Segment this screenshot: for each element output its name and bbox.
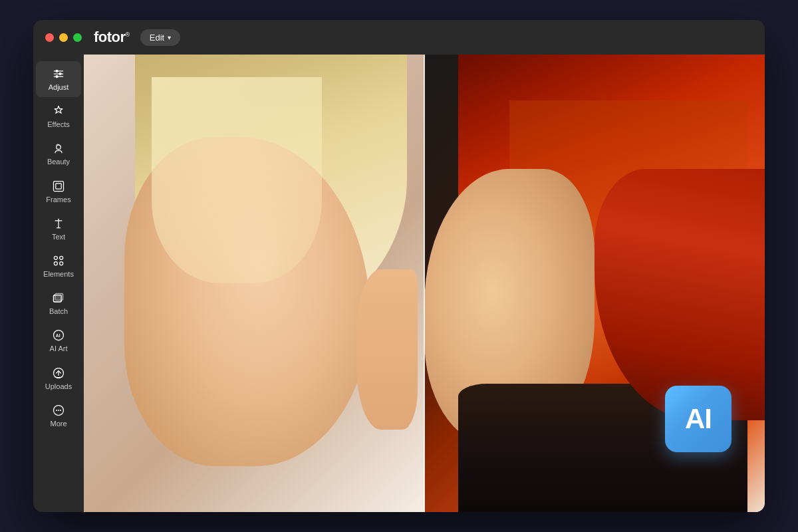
- svg-point-25: [60, 410, 61, 411]
- sidebar-item-adjust[interactable]: Adjust: [36, 61, 81, 97]
- sidebar-item-elements[interactable]: Elements: [36, 248, 81, 284]
- text-label: Text: [52, 233, 65, 241]
- effects-icon: [51, 104, 66, 118]
- ai-badge-text: AI: [685, 403, 712, 435]
- sidebar-item-frames[interactable]: Frames: [36, 174, 81, 209]
- svg-text:AI: AI: [56, 334, 61, 338]
- sidebar-item-batch[interactable]: Batch: [36, 285, 81, 321]
- svg-point-12: [54, 256, 57, 259]
- svg-point-15: [60, 262, 63, 265]
- uploads-label: Uploads: [45, 382, 72, 391]
- svg-rect-8: [56, 183, 61, 188]
- sidebar-item-uploads[interactable]: Uploads: [36, 360, 81, 396]
- app-window: fotor® Edit ▾: [33, 20, 765, 512]
- image-left-original: [84, 55, 424, 512]
- canvas-area: AI: [84, 55, 765, 512]
- batch-label: Batch: [49, 307, 68, 316]
- svg-point-13: [60, 256, 63, 259]
- sidebar-item-beauty[interactable]: Beauty: [36, 136, 81, 172]
- ai-art-label: AI Art: [50, 344, 68, 353]
- adjust-icon: [51, 66, 66, 81]
- sidebar-item-effects[interactable]: Effects: [36, 98, 81, 134]
- beauty-icon: [51, 141, 66, 156]
- svg-point-4: [59, 72, 61, 75]
- edit-label: Edit: [150, 33, 164, 43]
- elements-icon: [51, 253, 66, 268]
- text-icon: [51, 216, 66, 231]
- window-controls: [45, 33, 82, 42]
- split-divider[interactable]: [424, 55, 425, 512]
- app-logo: fotor®: [94, 29, 130, 46]
- svg-point-23: [56, 410, 57, 411]
- app-trademark: ®: [126, 31, 130, 38]
- edit-dropdown-arrow-icon: ▾: [168, 34, 171, 41]
- elements-label: Elements: [43, 270, 74, 279]
- svg-rect-17: [55, 293, 63, 300]
- more-label: More: [50, 420, 66, 428]
- close-window-button[interactable]: [45, 33, 54, 42]
- app-title-text: fotor: [94, 29, 126, 45]
- main-layout: Adjust Effects: [33, 55, 765, 512]
- frames-label: Frames: [46, 196, 70, 204]
- svg-point-14: [54, 262, 57, 265]
- adjust-label: Adjust: [49, 83, 69, 92]
- svg-point-6: [57, 145, 61, 150]
- title-bar: fotor® Edit ▾: [33, 20, 765, 55]
- svg-point-24: [58, 410, 59, 411]
- more-icon: [51, 403, 66, 418]
- maximize-window-button[interactable]: [73, 33, 82, 42]
- svg-point-3: [55, 70, 58, 72]
- blonde-highlight: [152, 77, 322, 283]
- effects-label: Effects: [47, 120, 69, 129]
- sidebar-item-more[interactable]: More: [36, 398, 81, 434]
- sidebar: Adjust Effects: [33, 55, 84, 512]
- sidebar-item-ai-art[interactable]: AI AI Art: [36, 323, 81, 358]
- ai-art-icon: AI: [51, 328, 66, 342]
- sidebar-item-text[interactable]: Text: [36, 211, 81, 247]
- batch-icon: [51, 291, 66, 305]
- minimize-window-button[interactable]: [59, 33, 68, 42]
- svg-rect-7: [54, 181, 64, 191]
- ai-badge[interactable]: AI: [665, 386, 732, 452]
- svg-point-5: [55, 75, 58, 78]
- uploads-icon: [51, 366, 66, 380]
- frames-icon: [51, 179, 66, 194]
- nose-chin-left: [356, 269, 418, 430]
- edit-menu-button[interactable]: Edit ▾: [140, 29, 180, 46]
- beauty-label: Beauty: [47, 158, 70, 166]
